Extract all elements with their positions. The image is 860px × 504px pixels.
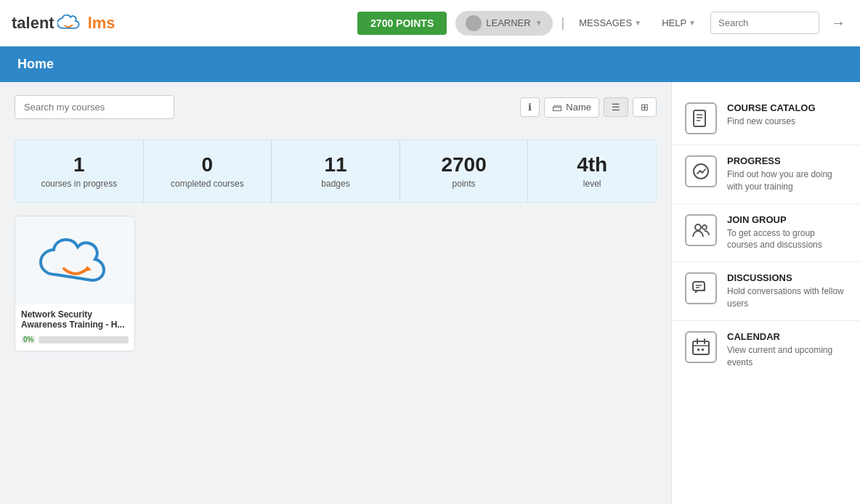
list-view-icon: ☰	[612, 102, 620, 113]
logo-cloud-icon	[57, 15, 85, 32]
stat-number: 0	[151, 153, 264, 176]
course-card[interactable]: Network Security Awareness Training - H.…	[15, 216, 135, 351]
svg-rect-12	[693, 341, 709, 354]
right-sidebar: COURSE CATALOG Find new courses PROGRESS…	[671, 82, 860, 504]
page-title: Home	[17, 57, 54, 71]
sidebar-desc: Hold conversations with fellow users	[727, 285, 847, 310]
svg-rect-17	[702, 349, 704, 351]
sidebar-text: JOIN GROUP To get access to group course…	[727, 214, 847, 252]
discussions-icon	[685, 272, 717, 304]
sidebar-item-progress[interactable]: PROGRESS Find out how you are doing with…	[672, 145, 860, 204]
stat-label: courses in progress	[23, 179, 136, 189]
nav-separator: |	[561, 15, 565, 31]
calendar-icon	[685, 331, 717, 363]
logo-talent: talent	[12, 14, 54, 33]
info-button[interactable]: ℹ	[520, 97, 540, 117]
stat-label: points	[407, 179, 521, 189]
stat-cell: 2700points	[400, 140, 529, 202]
join-group-icon	[685, 214, 717, 246]
stat-label: completed courses	[151, 179, 264, 189]
top-nav: talent lms 2700 POINTS LEARNER ▼ | MESSA…	[0, 0, 860, 46]
svg-rect-9	[693, 282, 705, 290]
sidebar-item-join-group[interactable]: JOIN GROUP To get access to group course…	[672, 204, 860, 263]
course-catalog-icon	[685, 102, 717, 134]
user-label: LEARNER	[486, 17, 530, 28]
svg-point-8	[702, 225, 707, 229]
sidebar-title: COURSE CATALOG	[727, 102, 847, 113]
stat-cell: 0completed courses	[144, 140, 272, 202]
stats-row: 1courses in progress0completed courses11…	[15, 139, 657, 203]
sidebar-text: DISCUSSIONS Hold conversations with fell…	[727, 272, 847, 310]
course-title: Network Security Awareness Training - H.…	[15, 304, 134, 333]
search-input[interactable]	[710, 12, 819, 34]
sidebar-title: DISCUSSIONS	[727, 272, 847, 283]
stack-icon: 🗃	[552, 102, 562, 113]
sidebar-desc: View current and upcoming events	[727, 344, 847, 369]
grid-view-button[interactable]: ⊞	[633, 97, 657, 117]
sidebar-desc: To get access to group courses and discu…	[727, 227, 847, 252]
page-header: Home	[0, 46, 860, 82]
course-thumb-svg	[39, 231, 112, 289]
course-thumbnail	[15, 216, 135, 304]
sidebar-title: CALENDAR	[727, 331, 847, 342]
user-avatar	[466, 15, 482, 31]
sidebar-item-discussions[interactable]: DISCUSSIONS Hold conversations with fell…	[672, 262, 860, 321]
sort-button[interactable]: 🗃 Name	[544, 97, 599, 118]
sort-label: Name	[566, 102, 591, 113]
sidebar-item-course-catalog[interactable]: COURSE CATALOG Find new courses	[672, 92, 860, 145]
stat-number: 11	[279, 153, 392, 176]
search-courses-input[interactable]	[15, 95, 174, 119]
logo: talent lms	[12, 14, 349, 33]
stat-label: badges	[279, 179, 392, 189]
messages-caret-icon: ▼	[634, 19, 641, 27]
sidebar-text: CALENDAR View current and upcoming event…	[727, 331, 847, 369]
progress-icon	[685, 155, 717, 187]
svg-rect-16	[697, 349, 699, 351]
sidebar-item-calendar[interactable]: CALENDAR View current and upcoming event…	[672, 321, 860, 379]
svg-point-7	[695, 224, 701, 230]
left-panel: ℹ 🗃 Name ☰ ⊞ 1courses in progress0comple…	[0, 82, 671, 504]
sidebar-title: JOIN GROUP	[727, 214, 847, 225]
stat-cell: 11badges	[272, 140, 400, 202]
stat-number: 2700	[407, 153, 521, 176]
grid-view-icon: ⊞	[641, 102, 649, 113]
course-progress-label: 0%	[21, 336, 36, 344]
user-pill[interactable]: LEARNER ▼	[455, 11, 552, 36]
main-content: ℹ 🗃 Name ☰ ⊞ 1courses in progress0comple…	[0, 82, 860, 504]
view-controls: ℹ 🗃 Name ☰ ⊞	[520, 97, 657, 118]
courses-grid: Network Security Awareness Training - H.…	[15, 216, 657, 351]
stat-number: 4th	[535, 153, 649, 176]
stat-number: 1	[23, 153, 136, 176]
list-view-button[interactable]: ☰	[604, 97, 628, 117]
help-link[interactable]: HELP ▼	[656, 17, 702, 28]
stat-cell: 1courses in progress	[15, 140, 144, 202]
course-progress-bar-bg	[38, 336, 129, 344]
messages-link[interactable]: MESSAGES ▼	[573, 17, 647, 28]
user-caret-icon: ▼	[535, 19, 543, 27]
logo-lms: lms	[88, 14, 115, 33]
logout-button[interactable]: →	[828, 15, 848, 31]
sidebar-title: PROGRESS	[727, 155, 847, 166]
sidebar-desc: Find new courses	[727, 115, 847, 128]
sidebar-desc: Find out how you are doing with your tra…	[727, 168, 847, 193]
sidebar-text: COURSE CATALOG Find new courses	[727, 102, 847, 128]
points-button[interactable]: 2700 POINTS	[357, 12, 447, 35]
info-icon: ℹ	[528, 102, 532, 113]
help-caret-icon: ▼	[689, 19, 696, 27]
course-progress-wrap: 0%	[15, 333, 134, 351]
svg-rect-2	[694, 110, 705, 126]
sidebar-text: PROGRESS Find out how you are doing with…	[727, 155, 847, 193]
stat-label: level	[535, 179, 649, 189]
stat-cell: 4thlevel	[528, 140, 656, 202]
